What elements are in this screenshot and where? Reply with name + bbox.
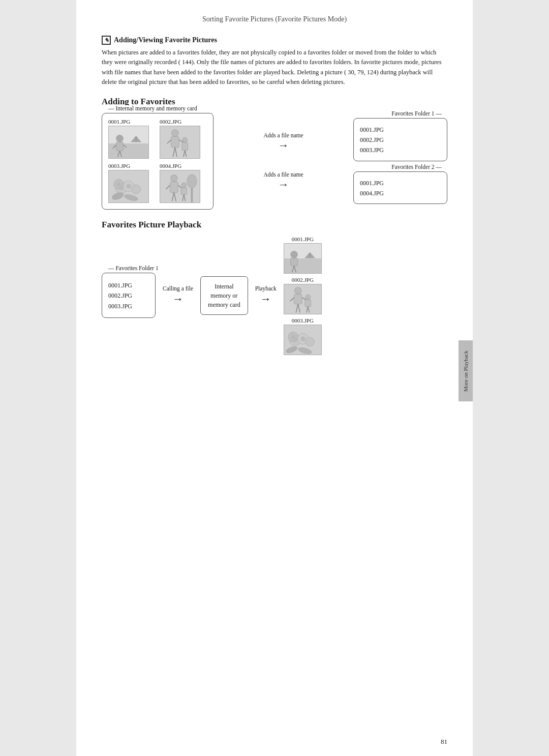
- playback-label: Playback: [255, 285, 277, 292]
- folders-col: Favorites Folder 1 0001.JPG 0002.JPG 000…: [353, 118, 447, 205]
- svg-rect-62: [305, 299, 311, 306]
- playback-diagram: Favorites Folder 1 0001.JPG 0002.JPG 000…: [102, 236, 447, 355]
- arrow-calling-icon: →: [172, 293, 184, 306]
- playback-folder-files: 0001.JPG 0002.JPG 0003.JPG: [108, 278, 149, 311]
- img-label-1: 0001.JPG: [108, 119, 130, 125]
- svg-rect-34: [170, 182, 178, 192]
- arrow-icon-2: →: [278, 179, 289, 190]
- img-thumb-4: [160, 170, 200, 203]
- svg-point-12: [171, 129, 178, 136]
- svg-rect-51: [290, 258, 297, 266]
- pb-file-2: 0002.JPG: [108, 290, 149, 301]
- img-item-2: 0002.JPG: [160, 119, 207, 159]
- svg-rect-6: [116, 142, 124, 151]
- memory-box: Internal memory or memory card: [200, 276, 248, 315]
- folder2-file-2: 0004.JPG: [360, 188, 441, 198]
- svg-rect-47: [284, 258, 321, 273]
- svg-rect-13: [171, 136, 179, 147]
- folder1-file-3: 0003.JPG: [360, 145, 441, 155]
- img-item-1: 0001.JPG: [108, 119, 156, 159]
- svg-point-18: [182, 137, 188, 142]
- calling-label: Calling a file: [163, 285, 193, 292]
- arrow-label-1: Adds a file name: [263, 132, 303, 138]
- sidebar-tab: More on Playback: [459, 340, 473, 402]
- folder1-files: 0001.JPG 0002.JPG 0003.JPG: [360, 123, 441, 156]
- page-number: 81: [441, 738, 447, 746]
- arrow-playback: Playback →: [255, 285, 277, 306]
- img-thumb-2: [160, 126, 200, 159]
- img-label-2: 0002.JPG: [160, 119, 181, 125]
- note-section: ✎ Adding/Viewing Favorite Pictures When …: [102, 36, 447, 88]
- arrow-row-1: Adds a file name →: [263, 132, 303, 151]
- svg-point-44: [187, 174, 197, 188]
- sidebar-text: More on Playback: [463, 351, 469, 392]
- note-title: ✎ Adding/Viewing Favorite Pictures: [102, 36, 447, 45]
- pb-file-3: 0003.JPG: [108, 301, 149, 311]
- arrow-label-2: Adds a file name: [263, 171, 303, 178]
- folder2-label: Favorites Folder 2: [390, 164, 443, 170]
- svg-point-5: [116, 135, 124, 142]
- img-label-4: 0004.JPG: [160, 163, 181, 169]
- svg-point-39: [181, 183, 187, 188]
- out-item-1: 0001.JPG: [284, 236, 322, 274]
- svg-point-33: [170, 175, 177, 182]
- folder2-file-1: 0001.JPG: [360, 178, 441, 188]
- arrows-section: Adds a file name → Adds a file name →: [214, 132, 353, 190]
- img-label-3: 0003.JPG: [108, 163, 130, 169]
- out-label-3: 0003.JPG: [292, 317, 314, 324]
- playback-section-title: Favorites Picture Playback: [102, 220, 447, 230]
- note-heading: Adding/Viewing Favorite Pictures: [114, 36, 217, 44]
- playback-folder-label: Favorites Folder 1: [107, 265, 160, 271]
- svg-point-69: [306, 337, 315, 346]
- out-item-3: 0003.JPG: [284, 317, 322, 355]
- out-label-1: 0001.JPG: [292, 236, 314, 242]
- folder2-box: Favorites Folder 2 0001.JPG 0004.JPG: [353, 171, 447, 205]
- memory-box-text: Internal memory or memory card: [208, 283, 240, 308]
- arrow-icon-1: →: [278, 140, 289, 151]
- svg-point-26: [132, 185, 141, 194]
- out-item-2: 0002.JPG: [284, 277, 322, 314]
- note-icon: ✎: [102, 36, 111, 45]
- out-label-2: 0002.JPG: [292, 277, 314, 283]
- adding-diagram: Internal memory and memory card 0001.JPG: [102, 113, 447, 210]
- out-img-1: [284, 243, 322, 274]
- svg-rect-40: [181, 187, 187, 194]
- svg-point-50: [290, 251, 297, 258]
- img-item-4: 0004.JPG: [160, 163, 207, 203]
- pb-file-1: 0001.JPG: [108, 280, 149, 290]
- out-img-2: [284, 284, 322, 314]
- svg-point-55: [294, 287, 301, 294]
- svg-rect-54: [284, 284, 321, 313]
- svg-point-72: [300, 336, 306, 341]
- arrow-row-2: Adds a file name →: [263, 171, 303, 190]
- folder1-file-2: 0002.JPG: [360, 135, 441, 145]
- note-body: When pictures are added to a favorites f…: [102, 48, 447, 88]
- svg-rect-11: [160, 126, 200, 158]
- svg-rect-2: [109, 143, 148, 158]
- svg-rect-19: [182, 142, 188, 150]
- source-box: Internal memory and memory card 0001.JPG: [102, 113, 214, 210]
- page-header: Sorting Favorite Pictures (Favorite Pict…: [102, 15, 447, 26]
- output-col: 0001.JPG 0002.: [284, 236, 322, 355]
- svg-point-28: [117, 182, 121, 186]
- svg-rect-56: [294, 294, 302, 304]
- folder1-label: Favorites Folder 1: [390, 110, 443, 117]
- images-grid: 0001.JPG: [108, 119, 207, 203]
- source-label: Internal memory and memory card: [107, 105, 198, 111]
- svg-point-29: [126, 184, 131, 189]
- img-thumb-3: [108, 170, 149, 203]
- img-thumb-1: [108, 126, 149, 159]
- svg-point-71: [291, 335, 295, 339]
- playback-folder-box: Favorites Folder 1 0001.JPG 0002.JPG 000…: [102, 273, 156, 318]
- header-title: Sorting Favorite Pictures (Favorite Pict…: [202, 15, 347, 23]
- folder1-box: Favorites Folder 1 0001.JPG 0002.JPG 000…: [353, 118, 447, 161]
- folder2-files: 0001.JPG 0004.JPG: [360, 176, 441, 199]
- folder1-file-1: 0001.JPG: [360, 125, 441, 135]
- arrow-calling: Calling a file →: [163, 285, 193, 306]
- svg-rect-46: [284, 243, 321, 258]
- svg-point-61: [306, 295, 311, 300]
- out-img-3: [284, 325, 322, 355]
- svg-rect-1: [109, 126, 148, 143]
- arrow-playback-icon: →: [260, 293, 271, 306]
- img-item-3: 0003.JPG: [108, 163, 156, 203]
